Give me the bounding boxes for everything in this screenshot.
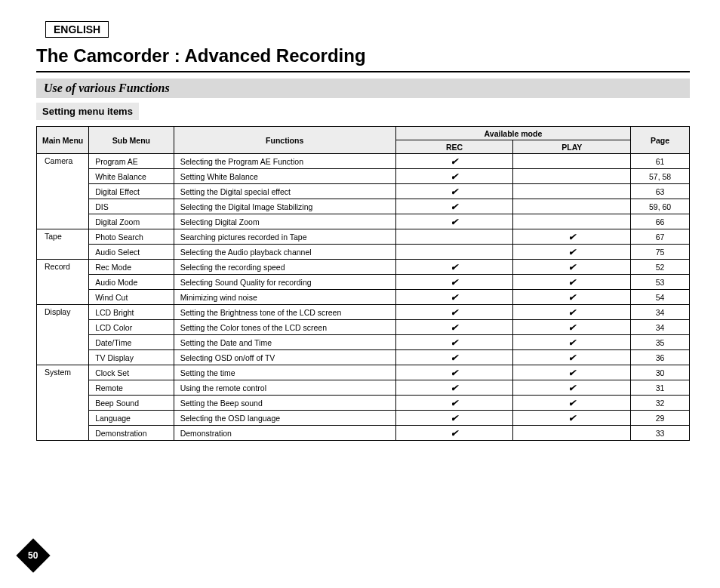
cell-rec: ✔ [395, 214, 513, 229]
cell-rec: ✔ [395, 411, 513, 426]
cell-play [513, 199, 631, 214]
cell-main-menu: Record [37, 260, 89, 305]
cell-function: Selecting Digital Zoom [174, 214, 395, 229]
cell-play [513, 169, 631, 184]
cell-page-ref: 34 [631, 305, 690, 320]
cell-rec: ✔ [395, 396, 513, 411]
check-icon: ✔ [568, 262, 576, 272]
check-icon: ✔ [451, 156, 458, 167]
cell-page-ref: 32 [631, 396, 690, 411]
document-page: ENGLISH The Camcorder : Advanced Recordi… [0, 0, 720, 448]
cell-play: ✔ [513, 411, 631, 426]
cell-page-ref: 67 [631, 229, 690, 245]
check-icon: ✔ [451, 322, 458, 333]
table-row: LanguageSelecting the OSD language✔✔29 [37, 411, 690, 426]
table-row: Audio ModeSelecting Sound Quality for re… [37, 275, 690, 290]
cell-play: ✔ [513, 396, 631, 411]
check-icon: ✔ [568, 307, 576, 318]
check-icon: ✔ [568, 292, 576, 303]
language-badge: ENGLISH [45, 21, 109, 38]
cell-rec: ✔ [395, 320, 513, 335]
cell-main-menu: System [37, 365, 89, 441]
cell-rec: ✔ [395, 260, 513, 275]
cell-sub-menu: DIS [89, 199, 174, 214]
check-icon: ✔ [568, 322, 576, 333]
cell-function: Selecting the OSD language [174, 411, 395, 426]
cell-rec: ✔ [395, 335, 513, 350]
cell-function: Selecting the recording speed [174, 260, 395, 275]
cell-rec: ✔ [395, 169, 513, 184]
cell-rec: ✔ [395, 305, 513, 320]
cell-page-ref: 36 [631, 350, 690, 365]
table-row: Date/TimeSetting the Date and Time✔✔35 [37, 335, 690, 350]
cell-rec: ✔ [395, 275, 513, 290]
cell-function: Setting the Digital special effect [174, 184, 395, 199]
cell-main-menu: Display [37, 305, 89, 365]
cell-play: ✔ [513, 260, 631, 275]
check-icon: ✔ [451, 262, 458, 272]
cell-sub-menu: Digital Zoom [89, 214, 174, 229]
cell-page-ref: 52 [631, 260, 690, 275]
cell-main-menu: Tape [37, 229, 89, 260]
table-row: Audio SelectSelecting the Audio playback… [37, 245, 690, 260]
table-row: Wind CutMinimizing wind noise✔✔54 [37, 290, 690, 305]
check-icon: ✔ [568, 413, 576, 423]
cell-rec: ✔ [395, 380, 513, 396]
check-icon: ✔ [568, 247, 576, 257]
table-row: LCD ColorSetting the Color tones of the … [37, 320, 690, 335]
table-row: RemoteUsing the remote control✔✔31 [37, 380, 690, 396]
table-row: Digital EffectSetting the Digital specia… [37, 184, 690, 199]
cell-function: Selecting Sound Quality for recording [174, 275, 395, 290]
cell-page-ref: 31 [631, 380, 690, 396]
check-icon: ✔ [568, 398, 576, 408]
check-icon: ✔ [568, 383, 576, 393]
cell-rec [395, 245, 513, 260]
cell-page-ref: 75 [631, 245, 690, 260]
cell-sub-menu: LCD Color [89, 320, 174, 335]
cell-sub-menu: Audio Mode [89, 275, 174, 290]
cell-page-ref: 59, 60 [631, 199, 690, 214]
cell-page-ref: 63 [631, 184, 690, 199]
cell-sub-menu: Remote [89, 380, 174, 396]
table-row: DISSelecting the Digital Image Stabilizi… [37, 199, 690, 214]
check-icon: ✔ [451, 398, 458, 408]
cell-play [513, 426, 631, 441]
cell-play: ✔ [513, 290, 631, 305]
cell-sub-menu: Audio Select [89, 245, 174, 260]
cell-rec: ✔ [395, 290, 513, 305]
cell-sub-menu: Beep Sound [89, 396, 174, 411]
check-icon: ✔ [568, 337, 576, 348]
cell-sub-menu: Clock Set [89, 365, 174, 380]
cell-page-ref: 54 [631, 290, 690, 305]
cell-play: ✔ [513, 245, 631, 260]
table-row: SystemClock SetSetting the time✔✔30 [37, 365, 690, 380]
cell-sub-menu: Rec Mode [89, 260, 174, 275]
cell-main-menu: Camera [37, 154, 89, 229]
th-page: Page [631, 127, 690, 154]
cell-rec: ✔ [395, 350, 513, 365]
check-icon: ✔ [451, 383, 458, 393]
check-icon: ✔ [451, 337, 458, 348]
cell-function: Minimizing wind noise [174, 290, 395, 305]
check-icon: ✔ [451, 217, 458, 227]
cell-function: Setting White Balance [174, 169, 395, 184]
cell-sub-menu: Photo Search [89, 229, 174, 245]
cell-page-ref: 33 [631, 426, 690, 441]
check-icon: ✔ [568, 368, 576, 378]
cell-play: ✔ [513, 380, 631, 396]
cell-rec: ✔ [395, 184, 513, 199]
cell-page-ref: 57, 58 [631, 169, 690, 184]
cell-page-ref: 29 [631, 411, 690, 426]
check-icon: ✔ [451, 307, 458, 318]
cell-function: Searching pictures recorded in Tape [174, 229, 395, 245]
th-func: Functions [174, 127, 395, 154]
page-title: The Camcorder : Advanced Recording [36, 42, 690, 72]
check-icon: ✔ [451, 428, 458, 439]
check-icon: ✔ [451, 171, 458, 182]
cell-function: Setting the Beep sound [174, 396, 395, 411]
check-icon: ✔ [451, 186, 458, 197]
cell-rec [395, 229, 513, 245]
cell-function: Selecting the Audio playback channel [174, 245, 395, 260]
cell-page-ref: 34 [631, 320, 690, 335]
cell-function: Setting the Date and Time [174, 335, 395, 350]
